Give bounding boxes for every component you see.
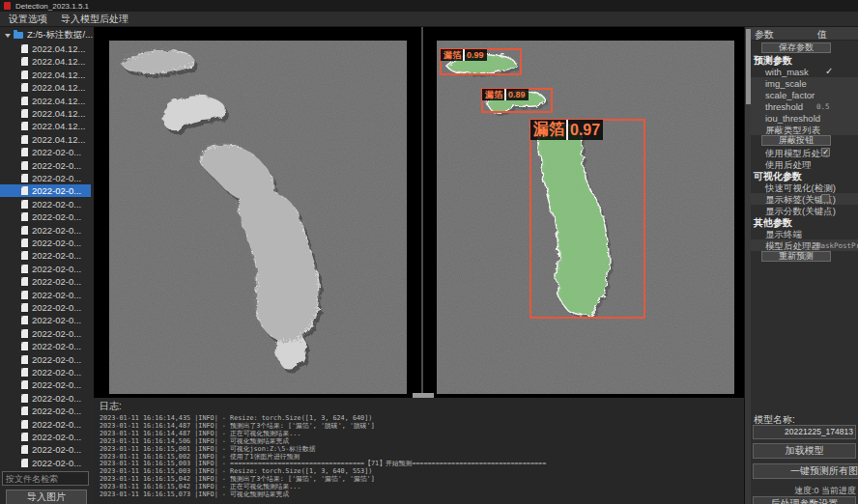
tree-item[interactable]: 2022-02-0... <box>0 198 91 210</box>
tree-item-label: 2022-02-0... <box>32 238 81 248</box>
params-scrollbar[interactable] <box>744 27 751 504</box>
load-model-button[interactable]: 加载模型 <box>753 443 856 459</box>
tree-item[interactable]: 2022.04.12... <box>0 81 91 94</box>
param-item[interactable]: threshold0.5 <box>751 100 858 112</box>
menu-item-import-postprocess[interactable]: 导入模型后处理 <box>54 12 135 27</box>
param-item[interactable]: scale_factor <box>751 89 858 100</box>
detection-score: 0.97 <box>570 122 600 139</box>
detection-bbox <box>529 119 645 319</box>
tree-item[interactable]: 2022-02-0... <box>0 159 91 172</box>
file-icon <box>21 70 28 79</box>
tree-item[interactable]: 2022-02-0... <box>0 249 91 262</box>
tree-item[interactable]: 2022.04.12... <box>0 107 91 120</box>
tree-item[interactable]: 2022-02-0... <box>0 353 91 366</box>
tree-item[interactable]: 2022.04.12... <box>0 95 91 107</box>
file-icon <box>21 57 28 66</box>
param-button[interactable]: 重新预测 <box>761 251 831 262</box>
tree-item[interactable]: 2022-02-0... <box>0 418 91 431</box>
tree-item-label: 2022-02-0... <box>32 432 81 442</box>
tree-item[interactable]: 2022-02-0... <box>0 224 91 237</box>
tree-item-label: 2022-02-0... <box>32 211 81 222</box>
tree-item[interactable]: 2022-02-0... <box>0 237 91 249</box>
param-item[interactable]: 模型后处理器MaskPostPro <box>751 239 858 251</box>
param-item[interactable]: 快速可视化(检测) <box>751 182 858 193</box>
file-icon <box>21 251 28 260</box>
param-item[interactable]: with_mask✓ <box>751 66 858 77</box>
file-icon <box>21 83 28 92</box>
tree-item[interactable]: 2022-02-0... <box>0 289 91 301</box>
param-label: img_scale <box>765 78 807 89</box>
param-button[interactable]: 保存参数 <box>761 42 831 53</box>
tree-item[interactable]: 2022-02-0... <box>0 275 91 288</box>
tree-item[interactable]: 2022-02-0... <box>0 457 91 469</box>
tree-item[interactable]: 2022-02-0... <box>0 184 91 197</box>
tree-item-label: 2022-02-0... <box>32 225 81 236</box>
tree-item[interactable]: 2022.04.12... <box>0 42 91 55</box>
menu-bar: 设置选项 导入模型后处理 <box>0 12 858 27</box>
tree-item[interactable]: 2022-02-0... <box>0 392 91 405</box>
detection-class: 漏箔 <box>485 89 502 101</box>
viewer-splitter[interactable] <box>421 27 423 394</box>
file-icon <box>21 174 28 182</box>
value-column-header: 值 <box>817 28 827 42</box>
postprocess-settings-button[interactable]: 后处理参数设置 <box>753 496 856 504</box>
param-item[interactable]: 显示标签(关键点) <box>751 193 858 205</box>
tree-item[interactable]: 2022.04.12... <box>0 120 91 132</box>
tree-root-label: Z:/5-标注数据/... <box>27 29 93 42</box>
file-icon <box>21 238 28 247</box>
label-separator <box>566 120 568 140</box>
param-button[interactable]: 屏蔽按钮 <box>761 135 831 146</box>
tree-item[interactable]: 2022-02-0... <box>0 314 91 326</box>
tree-item[interactable]: 2022-02-0... <box>0 431 91 443</box>
detection-score: 0.99 <box>467 50 484 60</box>
chevron-down-icon <box>5 34 11 38</box>
file-icon <box>21 122 28 130</box>
tree-item-label: 2022-02-0... <box>32 393 81 404</box>
param-item[interactable]: 显示终端 <box>751 228 858 239</box>
tree-item-label: 2022.04.12... <box>32 43 85 54</box>
menu-item-settings[interactable]: 设置选项 <box>2 12 54 27</box>
log-panel[interactable]: 日志: 2023-01-11 16:16:14,435 |INFO| - Res… <box>94 398 744 504</box>
log-lines: 2023-01-11 16:16:14,435 |INFO| - Resize:… <box>94 415 744 499</box>
tree-item[interactable]: 2022-02-0... <box>0 340 91 352</box>
param-item[interactable]: 屏蔽类型列表 <box>751 124 858 135</box>
tree-item-label: 2022-02-0... <box>32 160 81 171</box>
tree-item[interactable]: 2022.04.12... <box>0 133 91 146</box>
file-tree-panel: Z:/5-标注数据/... 2022.04.12...2022.04.12...… <box>0 27 94 504</box>
tree-item-label: 2022.04.12... <box>32 108 85 119</box>
tree-item[interactable]: 2022-02-0... <box>0 263 91 275</box>
checkbox[interactable] <box>821 194 830 203</box>
tree-item[interactable]: 2022-02-0... <box>0 327 91 340</box>
param-item[interactable]: 使用后处理 <box>751 158 858 170</box>
file-icon <box>21 97 28 105</box>
tree-item[interactable]: 2022.04.12... <box>0 69 91 81</box>
tree-item[interactable]: 2022.04.12... <box>0 55 91 68</box>
tree-item-label: 2022-02-0... <box>32 328 81 339</box>
label-separator <box>463 49 465 61</box>
file-icon <box>21 161 28 170</box>
file-icon <box>21 380 28 389</box>
app-icon <box>4 2 11 10</box>
tree-item-label: 2022-02-0... <box>32 290 81 300</box>
tree-item[interactable]: 2022-02-0... <box>0 378 91 391</box>
window-title: Detection_2023.1.5.1 <box>15 2 89 11</box>
tree-item-label: 2022-02-0... <box>32 302 81 313</box>
file-icon <box>21 445 28 454</box>
tree-item[interactable]: 2022-02-0... <box>0 210 91 223</box>
tree-item[interactable]: 2022-02-0... <box>0 405 91 417</box>
param-item[interactable]: img_scale <box>751 77 858 89</box>
tree-item[interactable]: 2022-02-0... <box>0 443 91 456</box>
param-item[interactable]: iou_threshold <box>751 112 858 124</box>
tree-item[interactable]: 2022-02-0... <box>0 301 91 314</box>
search-input[interactable] <box>2 471 89 486</box>
tree-item[interactable]: 2022-02-0... <box>0 366 91 378</box>
tree-item[interactable]: 2022-02-0... <box>0 146 91 158</box>
import-images-button[interactable]: 导入图片 <box>6 490 87 504</box>
checkbox[interactable]: ✓ <box>821 148 830 156</box>
model-name-field[interactable]: 20221225_174813 <box>753 425 856 439</box>
predict-all-button[interactable]: 一键预测所有图片 <box>753 463 858 479</box>
tree-root-item[interactable]: Z:/5-标注数据/... <box>0 29 94 42</box>
tree-item[interactable]: 2022-02-0... <box>0 172 91 184</box>
param-item[interactable]: 显示分数(关键点) <box>751 205 858 216</box>
param-item[interactable]: 使用模型后处理✓ <box>751 147 858 158</box>
